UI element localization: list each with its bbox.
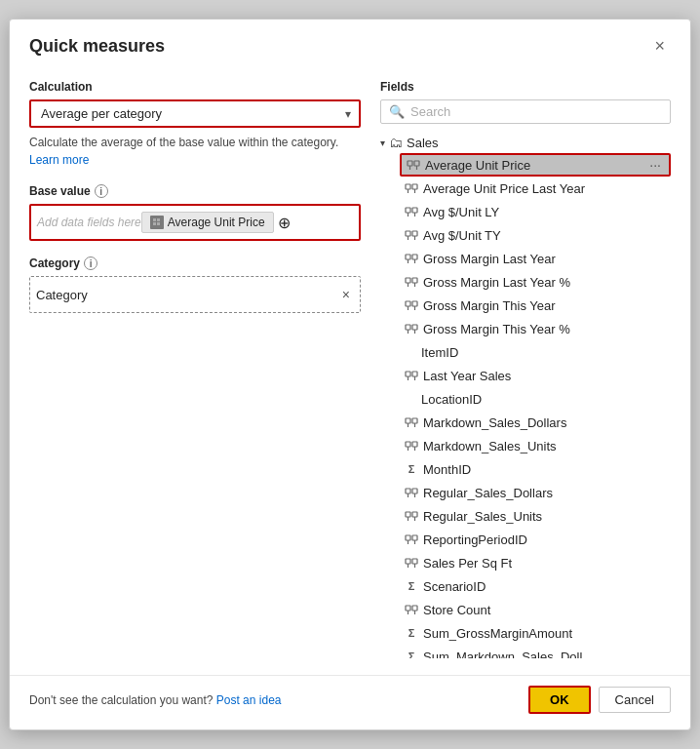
base-value-placeholder: Add data fields here — [37, 216, 141, 229]
dialog-footer: Don't see the calculation you want? Post… — [10, 675, 690, 729]
tree-item-gross-margin-ly[interactable]: Gross Margin Last Year — [400, 247, 671, 270]
tree-parent-label: Sales — [407, 136, 439, 150]
svg-rect-21 — [412, 255, 417, 259]
tree-item-label: Last Year Sales — [423, 369, 667, 383]
svg-rect-16 — [406, 231, 410, 236]
svg-rect-4 — [408, 161, 412, 166]
svg-rect-32 — [406, 325, 410, 330]
tree-parent-sales[interactable]: ▾ 🗂 Sales — [380, 132, 671, 153]
tree-item-label: Regular_Sales_Units — [423, 509, 667, 524]
field-type-icon — [404, 321, 419, 336]
ok-button[interactable]: OK — [528, 686, 591, 714]
post-idea-link[interactable]: Post an idea — [216, 693, 282, 707]
field-type-icon — [404, 508, 419, 524]
tree-item-avg-unit-price[interactable]: Average Unit Price ··· — [400, 153, 671, 177]
dialog-body: Calculation Average per category Calcula… — [10, 66, 690, 675]
tree-item-label: Markdown_Sales_Units — [423, 439, 667, 453]
svg-rect-48 — [406, 489, 410, 493]
tree-item-label: Average Unit Price Last Year — [423, 181, 667, 196]
category-info-icon: i — [84, 256, 97, 270]
category-drop-zone[interactable]: Category × — [29, 276, 361, 313]
tree-item-label: Gross Margin Last Year % — [423, 275, 667, 290]
tree-item-label: Gross Margin Last Year — [423, 252, 667, 266]
category-clear-button[interactable]: × — [338, 287, 354, 302]
field-type-icon: Σ — [404, 461, 419, 477]
svg-rect-36 — [406, 372, 410, 376]
dialog-header: Quick measures × — [10, 20, 690, 66]
tree-item-last-year-sales[interactable]: Last Year Sales — [400, 364, 671, 387]
svg-rect-13 — [412, 208, 417, 213]
item-menu-dots[interactable]: ··· — [645, 157, 665, 173]
tree-item-avg-unit-price-ly[interactable]: Average Unit Price Last Year — [400, 177, 671, 200]
field-type-icon: Σ — [404, 649, 419, 658]
svg-rect-28 — [406, 301, 410, 306]
tree-item-label: Avg $/Unit TY — [423, 228, 667, 243]
calculation-label: Calculation — [29, 80, 361, 94]
right-panel: Fields 🔍 ▾ 🗂 Sales Average Unit Price ··… — [380, 66, 671, 665]
tree-item-markdown-sales-units[interactable]: Markdown_Sales_Units — [400, 434, 671, 457]
tree-item-avg-s-unit-ty[interactable]: Avg $/Unit TY — [400, 223, 671, 247]
tree-item-itemid[interactable]: ItemID — [400, 340, 671, 364]
svg-rect-40 — [406, 418, 410, 423]
svg-rect-3 — [157, 222, 160, 225]
tree-item-regular-sales-units[interactable]: Regular_Sales_Units — [400, 504, 671, 528]
tree-item-avg-s-unit-ly[interactable]: Avg $/Unit LY — [400, 200, 671, 223]
drag-cursor: ⊕ — [278, 214, 291, 232]
svg-rect-17 — [412, 231, 417, 236]
svg-rect-53 — [412, 512, 417, 517]
svg-rect-56 — [406, 535, 410, 540]
close-button[interactable]: × — [648, 35, 671, 57]
cancel-button[interactable]: Cancel — [599, 687, 671, 713]
svg-rect-49 — [412, 489, 417, 493]
category-label: Category — [29, 256, 80, 270]
tree-item-label: Markdown_Sales_Dollars — [423, 415, 667, 430]
tree-item-monthid[interactable]: Σ MonthID — [400, 457, 671, 481]
svg-rect-20 — [406, 255, 410, 259]
tree-item-locationid[interactable]: LocationID — [400, 387, 671, 411]
search-input[interactable] — [410, 104, 662, 119]
tree-item-gross-margin-ly-pct[interactable]: Gross Margin Last Year % — [400, 270, 671, 294]
field-type-icon — [404, 274, 419, 290]
base-value-chip: Average Unit Price — [141, 212, 274, 233]
tree-item-gross-margin-ty[interactable]: Gross Margin This Year — [400, 294, 671, 317]
category-value: Category — [36, 288, 88, 302]
tree-item-reporting-period-id[interactable]: ReportingPeriodID — [400, 528, 671, 551]
tree-item-sales-per-sq-ft[interactable]: Sales Per Sq Ft — [400, 551, 671, 574]
tree-item-label: LocationID — [404, 392, 667, 407]
chip-label: Average Unit Price — [168, 216, 265, 229]
chip-field-icon — [150, 216, 164, 229]
svg-rect-5 — [414, 161, 419, 166]
svg-rect-45 — [412, 442, 417, 447]
tree-item-markdown-sales-dollars[interactable]: Markdown_Sales_Dollars — [400, 411, 671, 434]
field-type-icon — [406, 157, 421, 173]
svg-rect-64 — [406, 606, 410, 611]
tree-item-label: Sales Per Sq Ft — [423, 556, 667, 571]
tree-item-sum-margin-sales[interactable]: Σ Sum_Markdown_Sales_Doll... — [400, 645, 671, 658]
tree-item-regular-sales-dollars[interactable]: Regular_Sales_Dollars — [400, 481, 671, 504]
search-icon: 🔍 — [389, 104, 405, 119]
fields-label: Fields — [380, 80, 671, 94]
base-value-section: Base value i Add data fields here — [29, 184, 361, 241]
field-type-icon — [404, 297, 419, 313]
learn-more-link[interactable]: Learn more — [29, 153, 89, 167]
svg-rect-41 — [412, 418, 417, 423]
svg-rect-25 — [412, 278, 417, 283]
left-panel: Calculation Average per category Calcula… — [29, 66, 361, 665]
tree-item-sum-gross-margin[interactable]: Σ Sum_GrossMarginAmount — [400, 621, 671, 645]
svg-rect-2 — [153, 222, 156, 225]
tree-item-scenarioid[interactable]: Σ ScenarioID — [400, 574, 671, 598]
tree-item-store-count[interactable]: Store Count — [400, 598, 671, 621]
svg-rect-33 — [412, 325, 417, 330]
field-type-icon — [404, 532, 419, 547]
tree-item-label: MonthID — [423, 462, 667, 477]
quick-measures-dialog: Quick measures × Calculation Average per… — [9, 19, 691, 730]
base-value-drop-zone[interactable]: Add data fields here Average Unit Price — [29, 204, 361, 241]
footer-right: OK Cancel — [528, 686, 671, 714]
tree-children-sales: Average Unit Price ··· Average Unit Pric… — [380, 153, 671, 658]
svg-rect-44 — [406, 442, 410, 447]
tree-item-gross-margin-ty-pct[interactable]: Gross Margin This Year % — [400, 317, 671, 340]
tree-item-label: ItemID — [404, 345, 667, 360]
calculation-dropdown[interactable]: Average per category — [29, 99, 361, 128]
svg-rect-0 — [153, 218, 156, 221]
svg-rect-37 — [412, 372, 417, 376]
